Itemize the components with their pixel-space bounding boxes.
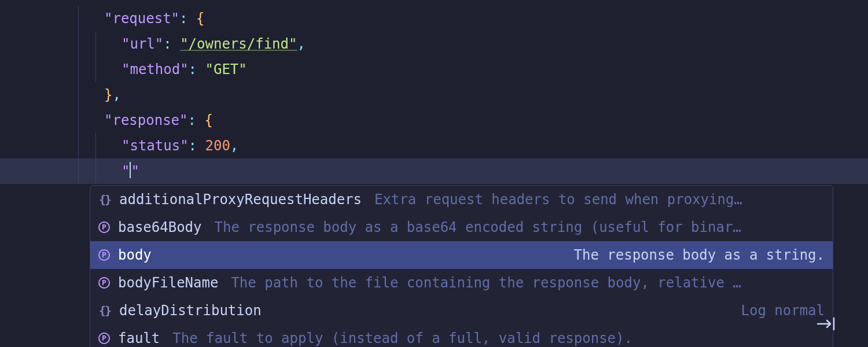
json-key: "method"	[122, 61, 189, 77]
property-icon: P	[98, 333, 110, 344]
property-icon: P	[98, 222, 110, 233]
json-string: "GET"	[205, 61, 247, 77]
text-caret	[130, 162, 131, 178]
completion-description: Log normal	[274, 302, 825, 319]
completion-label: bodyFileName	[118, 275, 218, 291]
code-line[interactable]: "request" : {	[0, 6, 868, 31]
code-line[interactable]: "url" : "/owners/find" ,	[0, 31, 868, 57]
tab-jump-icon	[816, 316, 836, 335]
code-line[interactable]: "response" : {	[0, 108, 868, 133]
completion-label: body	[118, 247, 152, 263]
completion-description: The response body as a base64 encoded st…	[215, 219, 825, 235]
completion-description: The fault to apply (instead of a full, v…	[172, 330, 825, 346]
completion-item[interactable]: PbodyThe response body as a string.	[90, 241, 833, 269]
completion-item[interactable]: PfaultThe fault to apply (instead of a f…	[90, 324, 833, 347]
property-icon: P	[98, 249, 110, 261]
completion-description: Extra request headers to send when proxy…	[374, 191, 825, 208]
json-key: "url"	[122, 36, 163, 52]
completion-item[interactable]: {}delayDistributionLog normal	[90, 297, 833, 324]
autocomplete-popup[interactable]: {}additionalProxyRequestHeadersExtra req…	[90, 185, 833, 347]
json-key: "request"	[104, 10, 179, 27]
braces-icon: {}	[98, 304, 111, 317]
code-line[interactable]: "status" : 200 ,	[0, 133, 868, 158]
completion-description: The path to the file containing the resp…	[231, 275, 825, 291]
completion-item[interactable]: Pbase64BodyThe response body as a base64…	[90, 213, 833, 241]
property-icon: P	[98, 277, 110, 289]
code-line-active[interactable]: ""	[0, 158, 868, 184]
completion-description: The response body as a string.	[164, 247, 825, 263]
json-key: "response"	[104, 112, 188, 128]
json-key: "status"	[122, 138, 189, 154]
json-string-url[interactable]: "/owners/find"	[180, 36, 297, 52]
completion-label: base64Body	[118, 219, 202, 235]
completion-item[interactable]: PbodyFileNameThe path to the file contai…	[90, 269, 833, 297]
completion-label: additionalProxyRequestHeaders	[119, 191, 362, 208]
completion-label: delayDistribution	[119, 302, 262, 319]
braces-icon: {}	[98, 193, 111, 206]
completion-label: fault	[118, 330, 160, 346]
code-line[interactable]: } ,	[0, 82, 868, 108]
json-number: 200	[205, 138, 230, 154]
code-line[interactable]: "method" : "GET"	[0, 57, 868, 82]
completion-item[interactable]: {}additionalProxyRequestHeadersExtra req…	[90, 186, 833, 213]
